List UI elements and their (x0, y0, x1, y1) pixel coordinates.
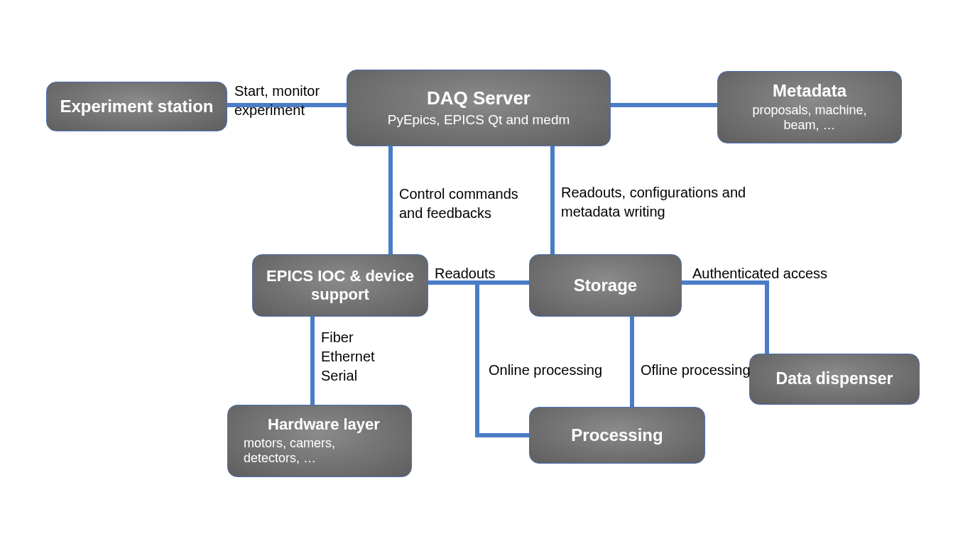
edge-label-online-processing: Online processing (489, 361, 602, 380)
node-storage-title: Storage (574, 276, 637, 296)
node-daq-server: DAQ Server PyEpics, EPICS Qt and medm (347, 70, 611, 146)
edge-label-daq-to-storage: Readouts, configurations and metadata wr… (561, 183, 746, 222)
node-data-dispenser-title: Data dispenser (776, 369, 893, 389)
node-epics-ioc-title: EPICS IOC & device support (260, 267, 420, 305)
edge-label-ioc-to-storage: Readouts (435, 264, 496, 283)
edge-label-offline-processing: Ofline processing (641, 361, 751, 380)
edge-label-daq-to-ioc: Control commands and feedbacks (399, 185, 518, 223)
node-hardware: Hardware layer motors, camers, detectors… (227, 405, 412, 477)
node-epics-ioc: EPICS IOC & device support (252, 254, 428, 317)
node-hardware-title: Hardware layer (268, 415, 380, 434)
node-hardware-subtitle: motors, camers, detectors, … (244, 436, 335, 467)
node-processing-title: Processing (571, 425, 663, 446)
node-experiment-station-title: Experiment station (60, 97, 213, 117)
node-processing: Processing (529, 407, 705, 464)
node-daq-server-title: DAQ Server (427, 87, 530, 109)
edge-label-exp-to-daq: Start, monitor experiment (234, 82, 320, 120)
node-daq-server-subtitle: PyEpics, EPICS Qt and medm (388, 112, 570, 129)
node-storage: Storage (529, 254, 682, 317)
edge-label-ioc-to-hardware: Fiber Ethernet Serial (321, 328, 375, 386)
node-metadata-subtitle: proposals, machine, beam, … (752, 103, 866, 133)
node-metadata-title: Metadata (773, 81, 846, 102)
node-experiment-station: Experiment station (46, 82, 227, 131)
node-metadata: Metadata proposals, machine, beam, … (717, 71, 902, 143)
node-data-dispenser: Data dispenser (749, 354, 920, 405)
edge-label-authenticated-access: Authenticated access (692, 264, 827, 283)
